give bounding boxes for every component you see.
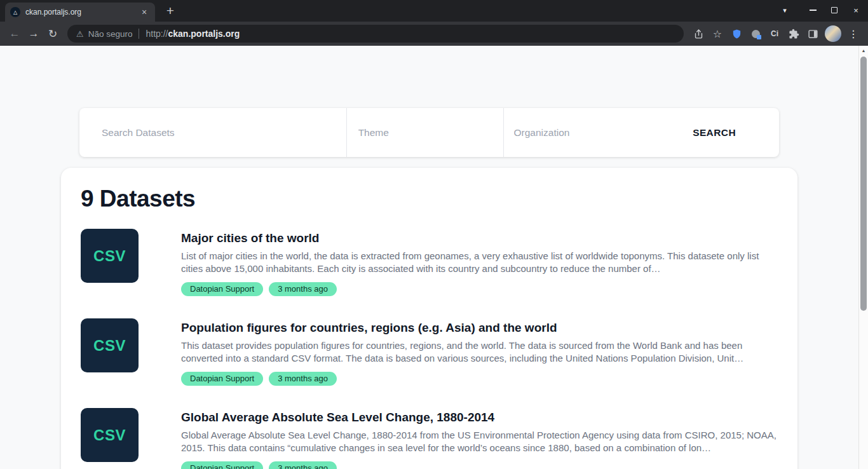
profile-avatar[interactable] — [825, 25, 841, 42]
dataset-info: Major cities of the world List of major … — [181, 229, 778, 296]
organization-tag[interactable]: Datopian Support — [181, 372, 263, 386]
extension-badge-icon[interactable] — [746, 25, 765, 43]
dataset-info: Population figures for countries, region… — [181, 318, 778, 386]
url-text[interactable]: http://ckan.portaljs.org — [146, 29, 240, 39]
page-content: SEARCH 9 Datasets CSV Major cities of th… — [0, 46, 858, 469]
search-button[interactable]: SEARCH — [680, 108, 779, 157]
dataset-item: CSV Global Average Absolute Sea Level Ch… — [81, 408, 778, 469]
theme-input[interactable] — [346, 108, 503, 157]
scrollbar-up-arrow[interactable]: ▲ — [859, 46, 868, 56]
restore-icon — [831, 7, 837, 13]
browser-tab[interactable]: △ ckan.portaljs.org × — [5, 3, 155, 22]
dataset-description: List of major cities in the world, the d… — [181, 250, 777, 275]
url-host: ckan.portaljs.org — [168, 29, 240, 39]
tag-row: Datopian Support 3 months ago — [181, 461, 778, 469]
page-scrollbar[interactable]: ▲ — [858, 46, 868, 469]
close-window-button[interactable]: × — [845, 0, 867, 20]
site-favicon-icon: △ — [10, 7, 20, 17]
dataset-title-link[interactable]: Global Average Absolute Sea Level Change… — [181, 409, 778, 425]
search-datasets-input[interactable] — [79, 108, 346, 157]
tag-row: Datopian Support 3 months ago — [181, 372, 778, 386]
csv-format-icon: CSV — [81, 229, 139, 283]
reload-button[interactable]: ↻ — [43, 25, 62, 43]
ci-extension-icon[interactable]: Ci — [765, 25, 784, 43]
extensions-puzzle-icon[interactable] — [784, 25, 803, 43]
tag-row: Datopian Support 3 months ago — [181, 282, 778, 296]
share-icon[interactable] — [689, 25, 708, 43]
dataset-info: Global Average Absolute Sea Level Change… — [181, 408, 778, 469]
tab-close-icon[interactable]: × — [139, 6, 150, 18]
browser-toolbar: ← → ↻ ⚠ Não seguro http://ckan.portaljs.… — [0, 22, 868, 46]
tab-title: ckan.portaljs.org — [25, 8, 133, 17]
url-divider — [139, 29, 139, 39]
dataset-title-link[interactable]: Major cities of the world — [181, 230, 778, 246]
csv-format-icon: CSV — [81, 408, 139, 462]
minimize-button[interactable] — [802, 0, 824, 20]
extension-badge — [757, 35, 761, 39]
dataset-item: CSV Population figures for countries, re… — [81, 318, 778, 386]
updated-time-tag: 3 months ago — [269, 282, 337, 296]
search-bar-card: SEARCH — [79, 108, 779, 157]
back-button[interactable]: ← — [5, 25, 24, 43]
browser-tab-bar: △ ckan.portaljs.org × + ▾ × — [0, 0, 868, 22]
results-count-heading: 9 Datasets — [81, 186, 778, 212]
organization-tag[interactable]: Datopian Support — [181, 282, 263, 296]
ci-extension-label: Ci — [771, 29, 778, 38]
security-label[interactable]: Não seguro — [88, 29, 133, 39]
browser-menu-icon[interactable]: ⋮ — [844, 25, 863, 43]
forward-button[interactable]: → — [24, 25, 43, 43]
organization-input[interactable] — [503, 108, 681, 157]
minimize-icon — [810, 10, 817, 11]
updated-time-tag: 3 months ago — [269, 461, 337, 469]
bookmark-star-icon[interactable]: ☆ — [708, 25, 727, 43]
side-panel-icon[interactable] — [803, 25, 822, 43]
datasets-results-card: 9 Datasets CSV Major cities of the world… — [61, 168, 797, 469]
dataset-description: Global Average Absolute Sea Level Change… — [181, 429, 777, 454]
tab-search-chevron-icon[interactable]: ▾ — [774, 0, 796, 20]
updated-time-tag: 3 months ago — [269, 372, 337, 386]
window-controls: ▾ × — [774, 0, 867, 20]
not-secure-warning-icon: ⚠ — [76, 29, 84, 39]
shield-extension-icon[interactable] — [727, 25, 746, 43]
dataset-description: This dataset provides population figures… — [181, 339, 777, 365]
dataset-title-link[interactable]: Population figures for countries, region… — [181, 320, 778, 336]
organization-tag[interactable]: Datopian Support — [181, 461, 263, 469]
address-bar[interactable]: ⚠ Não seguro http://ckan.portaljs.org — [67, 25, 684, 43]
maximize-restore-button[interactable] — [824, 0, 845, 20]
dataset-item: CSV Major cities of the world List of ma… — [81, 229, 778, 296]
url-scheme: http:// — [146, 29, 168, 39]
scrollbar-thumb[interactable] — [860, 57, 867, 311]
csv-format-icon: CSV — [81, 318, 139, 372]
new-tab-button[interactable]: + — [161, 2, 179, 20]
